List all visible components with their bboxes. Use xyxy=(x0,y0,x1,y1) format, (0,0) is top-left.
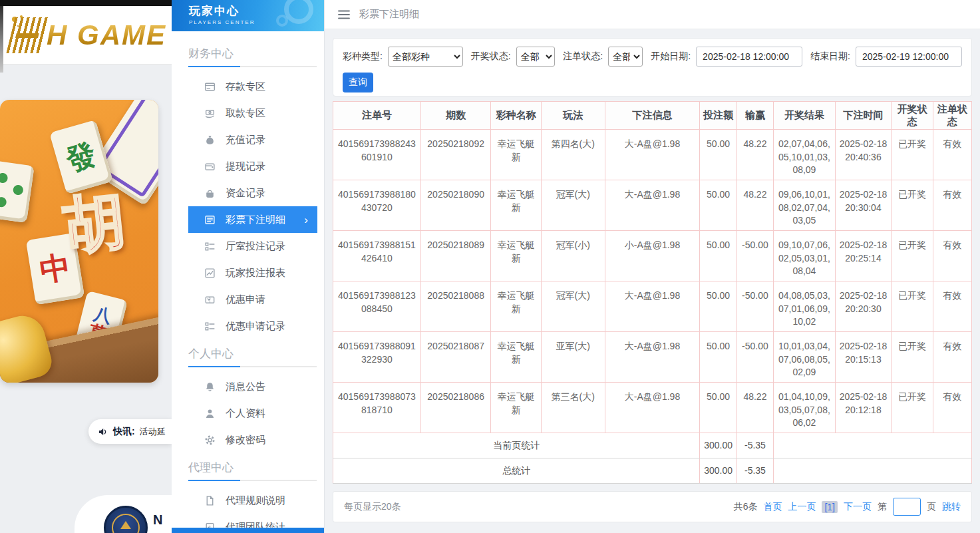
table-cell: 2025-02-18 20:40:36 xyxy=(835,130,892,180)
prev-page-link[interactable]: 上一页 xyxy=(788,501,816,513)
sidebar-item[interactable]: 玩家投注报表 xyxy=(188,260,317,286)
sidebar-item[interactable]: 资金记录 xyxy=(188,180,317,206)
mahjong-tile-dots xyxy=(0,160,35,223)
column-header: 投注额 xyxy=(700,102,736,130)
section-divider xyxy=(188,366,317,367)
table-cell: 冠军(大) xyxy=(541,281,605,332)
table-cell: 大-A盘@1.98 xyxy=(605,180,700,231)
section-divider xyxy=(188,480,317,481)
bottom-card: N xyxy=(75,495,172,533)
table-cell: 401569173988180430720 xyxy=(333,180,421,231)
end-date-input[interactable] xyxy=(856,47,962,67)
recharge-record-icon xyxy=(204,134,216,146)
section-title: 财务中心 xyxy=(188,46,324,61)
first-page-link[interactable]: 首页 xyxy=(763,501,782,513)
lottery-type-select[interactable]: 全部彩种 xyxy=(388,47,463,67)
current-page[interactable]: [1] xyxy=(822,501,838,513)
sidebar-item-label: 厅室投注记录 xyxy=(226,240,285,253)
column-header: 玩法 xyxy=(541,102,605,130)
table-cell: 50.00 xyxy=(700,383,736,433)
table-cell: 2025-02-18 20:25:14 xyxy=(835,231,892,281)
table-cell: 50.00 xyxy=(700,231,736,281)
table-cell: 2025-02-18 20:30:04 xyxy=(835,180,892,231)
sidebar-item[interactable]: 个人资料 xyxy=(188,400,317,427)
table-cell: 48.22 xyxy=(736,180,773,231)
menu-toggle-icon[interactable] xyxy=(338,10,350,19)
query-button[interactable]: 查询 xyxy=(343,73,373,92)
club-logo xyxy=(104,506,148,533)
table-cell: 幸运飞艇新 xyxy=(491,332,541,383)
circle-deco-icon xyxy=(276,15,288,27)
table-row: 40156917398807381871020250218086幸运飞艇新第三名… xyxy=(333,383,972,433)
sidebar-item[interactable]: 优惠申请 xyxy=(188,286,317,313)
summary-empty xyxy=(774,433,972,458)
site-left-edge xyxy=(0,6,3,73)
jump-suffix: 页 xyxy=(927,501,936,513)
sidebar-item[interactable]: 存款专区 xyxy=(188,73,317,100)
sidebar-item-label: 玩家投注报表 xyxy=(226,267,285,279)
column-header: 开奖状态 xyxy=(892,102,933,130)
sidebar-item[interactable]: 彩票下注明细› xyxy=(188,206,317,233)
gear-icon xyxy=(204,435,216,446)
news-ticker[interactable]: 快讯: 活动延 xyxy=(88,419,172,444)
column-header: 彩种名称 xyxy=(491,102,541,130)
column-header: 注单号 xyxy=(333,102,421,130)
table-cell: 01,04,10,09,03,05,07,08,06,02 xyxy=(774,383,836,433)
sidebar-item[interactable]: 消息公告 xyxy=(188,373,317,400)
cashout-record-icon xyxy=(204,161,216,172)
screen: H GAME 發 中 八 萬 胡 快讯: 活动延 xyxy=(0,0,980,533)
pagination-bar: 每页显示20条 共6条 首页 上一页 [1] 下一页 第 页 跳转 xyxy=(333,491,972,522)
logo-h-bars-icon xyxy=(6,17,49,53)
table-cell: 48.22 xyxy=(736,383,773,433)
deposit-icon xyxy=(204,81,216,92)
sidebar: 玩家中心 PLAYERS CENTER 财务中心存款专区取款专区充值记录提现记录… xyxy=(172,0,325,533)
table-row: 40156917398809132293020250218087幸运飞艇新亚军(… xyxy=(333,332,972,383)
draw-status-label: 开奖状态: xyxy=(471,51,511,63)
start-date-input[interactable] xyxy=(696,47,802,67)
column-header: 开奖结果 xyxy=(774,102,836,130)
sidebar-item[interactable]: 厅室投注记录 xyxy=(188,233,317,260)
draw-status-select[interactable]: 全部 xyxy=(516,47,556,67)
sidebar-nav: 财务中心存款专区取款专区充值记录提现记录资金记录彩票下注明细›厅室投注记录玩家投… xyxy=(172,31,324,533)
main-content: 彩票下注明细 彩种类型: 全部彩种 开奖状态: 全部 注单状态: 全部 开始日期… xyxy=(325,0,980,533)
table-cell: 大-A盘@1.98 xyxy=(605,383,700,433)
sidebar-item-label: 代理规则说明 xyxy=(226,494,285,507)
order-status-select[interactable]: 全部 xyxy=(608,47,643,67)
table-cell: 已开奖 xyxy=(892,180,933,231)
table-cell: 48.22 xyxy=(736,130,773,180)
table-cell: 20250218089 xyxy=(420,231,491,281)
next-page-link[interactable]: 下一页 xyxy=(844,501,872,513)
table-cell: 有效 xyxy=(933,332,971,383)
sidebar-item[interactable]: 代理规则说明 xyxy=(188,487,317,514)
table-cell: 20250218087 xyxy=(420,332,491,383)
jump-button[interactable]: 跳转 xyxy=(942,501,961,513)
sidebar-item[interactable]: 取款专区 xyxy=(188,100,317,126)
players-center-header: 玩家中心 PLAYERS CENTER xyxy=(172,0,324,31)
table-cell: 已开奖 xyxy=(892,383,933,433)
section-title: 个人中心 xyxy=(188,346,324,361)
table-cell: 有效 xyxy=(933,180,971,231)
hh-game-logo[interactable]: H GAME xyxy=(7,17,166,53)
table-cell: -50.00 xyxy=(736,281,773,332)
page-jump-input[interactable] xyxy=(893,498,921,516)
sidebar-item-label: 修改密码 xyxy=(226,434,265,446)
page-size-text: 每页显示20条 xyxy=(344,501,401,513)
summary-label: 当前页统计 xyxy=(333,433,700,458)
table-cell: 已开奖 xyxy=(892,231,933,281)
total-count: 共6条 xyxy=(734,501,758,513)
table-cell: 幸运飞艇新 xyxy=(491,281,541,332)
sidebar-item[interactable]: 修改密码 xyxy=(188,427,317,453)
table-row: 40156917398812308845020250218088幸运飞艇新冠军(… xyxy=(333,281,972,332)
summary-empty xyxy=(774,458,972,484)
sidebar-item[interactable]: 优惠申请记录 xyxy=(188,313,317,339)
promo-record-icon xyxy=(204,321,216,332)
sidebar-item[interactable]: 充值记录 xyxy=(188,126,317,153)
column-header: 期数 xyxy=(420,102,491,130)
table-cell: -50.00 xyxy=(736,231,773,281)
sidebar-item[interactable]: 提现记录 xyxy=(188,153,317,180)
doc-icon xyxy=(204,495,216,506)
table-cell: 亚军(大) xyxy=(541,332,605,383)
table-cell: 幸运飞艇新 xyxy=(491,383,541,433)
sidebar-item-label: 个人资料 xyxy=(226,407,265,420)
hu-character: 胡 xyxy=(60,180,129,268)
